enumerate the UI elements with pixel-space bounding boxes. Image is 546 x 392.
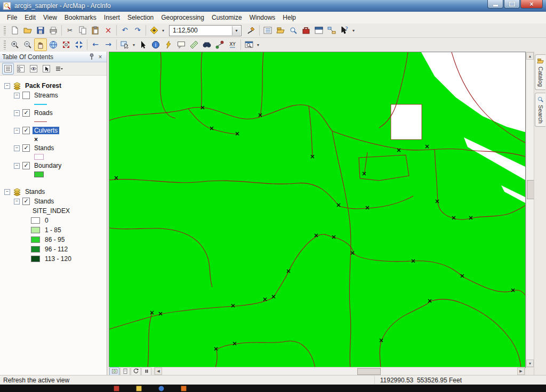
- cut-icon[interactable]: ✂: [63, 24, 76, 37]
- layer-checkbox[interactable]: [22, 92, 30, 99]
- menu-windows[interactable]: Windows: [246, 12, 279, 23]
- scale-dropdown-icon[interactable]: ▾: [232, 26, 240, 35]
- app-yellow-icon[interactable]: [134, 385, 143, 392]
- expander-icon[interactable]: [14, 163, 20, 169]
- whats-this-icon[interactable]: ?: [338, 24, 351, 37]
- layer-checkbox[interactable]: ✓: [22, 109, 30, 117]
- find-route-icon[interactable]: [213, 38, 226, 51]
- scroll-left-icon[interactable]: ◀: [155, 368, 162, 375]
- redo-icon[interactable]: ↷: [131, 24, 144, 37]
- catalog-tab[interactable]: Catalog: [535, 54, 545, 90]
- expander-icon[interactable]: [14, 128, 20, 134]
- hyperlink-icon[interactable]: [162, 38, 175, 51]
- layer-checkbox[interactable]: ✓: [22, 162, 30, 169]
- toc-layer-roads[interactable]: ✓ Roads: [0, 108, 107, 118]
- map-view[interactable]: [109, 52, 526, 368]
- table-of-contents-icon[interactable]: [261, 24, 274, 37]
- scroll-down-icon[interactable]: ▼: [526, 360, 534, 367]
- toc-layer-streams[interactable]: Streams: [0, 91, 107, 100]
- viewer-window-icon[interactable]: [243, 38, 255, 51]
- toc-layer-culverts[interactable]: ✓ Culverts: [0, 126, 107, 135]
- map-canvas[interactable]: [109, 52, 525, 368]
- dropdown-caret-icon[interactable]: ▾: [131, 43, 136, 47]
- identify-icon[interactable]: i: [149, 38, 162, 51]
- scroll-up-icon[interactable]: ▲: [526, 52, 534, 60]
- options-icon[interactable]: [53, 63, 65, 75]
- search-window-icon[interactable]: [287, 24, 300, 37]
- toc-frame-pack-forest[interactable]: Pack Forest: [0, 81, 107, 91]
- map-vertical-scrollbar[interactable]: ▲ ▼: [526, 52, 534, 368]
- search-tab[interactable]: Search: [535, 93, 545, 127]
- menu-view[interactable]: View: [39, 12, 61, 23]
- scroll-right-icon[interactable]: ▶: [517, 368, 525, 375]
- dropdown-caret-icon[interactable]: ▾: [255, 43, 261, 47]
- menu-bookmarks[interactable]: Bookmarks: [61, 12, 100, 23]
- full-extent-icon[interactable]: [47, 38, 60, 51]
- open-folder-icon[interactable]: [21, 24, 34, 37]
- list-by-visibility-icon[interactable]: [28, 63, 39, 75]
- toc-layer-boundary[interactable]: ✓ Boundary: [0, 161, 107, 170]
- close-button[interactable]: ×: [520, 0, 543, 9]
- list-by-drawing-order-icon[interactable]: [2, 63, 14, 75]
- dropdown-caret-icon[interactable]: ▾: [351, 28, 356, 33]
- model-builder-icon[interactable]: [325, 24, 338, 37]
- map-horizontal-scrollbar[interactable]: ◀ ▶: [154, 367, 525, 376]
- forward-icon[interactable]: →: [102, 38, 115, 51]
- print-icon[interactable]: [47, 24, 60, 37]
- copy-icon[interactable]: [76, 24, 89, 37]
- toc-layer-stands[interactable]: ✓ Stands: [0, 143, 107, 153]
- fixed-zoom-in-icon[interactable]: [60, 38, 73, 51]
- menu-customize[interactable]: Customize: [208, 12, 246, 23]
- scale-combobox[interactable]: 1:12,500 ▾: [169, 25, 242, 36]
- minimize-button[interactable]: [487, 0, 503, 9]
- html-popup-icon[interactable]: [175, 38, 188, 51]
- toc-frame-stands[interactable]: Stands: [0, 187, 107, 197]
- edit-sketch-icon[interactable]: [245, 24, 258, 37]
- menu-selection[interactable]: Selection: [124, 12, 157, 23]
- fixed-zoom-out-icon[interactable]: [73, 38, 85, 51]
- expander-icon[interactable]: [14, 145, 20, 151]
- undo-icon[interactable]: ↶: [118, 24, 131, 37]
- zoom-out-icon[interactable]: [21, 38, 34, 51]
- vertical-scroll-thumb[interactable]: [527, 180, 534, 199]
- go-to-xy-icon[interactable]: XY: [226, 38, 239, 51]
- select-features-icon[interactable]: [118, 38, 131, 51]
- app-red-icon[interactable]: [112, 385, 121, 392]
- toc-pin-button[interactable]: [87, 53, 96, 61]
- data-view-icon[interactable]: [109, 367, 119, 376]
- horizontal-scroll-thumb[interactable]: [357, 368, 381, 375]
- maximize-button[interactable]: [504, 0, 520, 9]
- menu-help[interactable]: Help: [279, 12, 300, 23]
- expander-icon[interactable]: [14, 93, 20, 99]
- expander-icon[interactable]: [14, 110, 20, 116]
- menu-edit[interactable]: Edit: [21, 12, 39, 23]
- list-by-source-icon[interactable]: [15, 63, 27, 75]
- expander-icon[interactable]: [4, 189, 10, 195]
- layer-checkbox[interactable]: ✓: [22, 127, 30, 134]
- pan-hand-icon[interactable]: [34, 38, 47, 51]
- menu-file[interactable]: File: [3, 12, 21, 23]
- pause-icon[interactable]: [141, 367, 151, 376]
- select-elements-icon[interactable]: [136, 38, 149, 51]
- app-blue-icon[interactable]: [157, 385, 165, 392]
- layer-checkbox[interactable]: ✓: [22, 144, 30, 152]
- add-data-icon[interactable]: [148, 24, 160, 37]
- menu-geoprocessing[interactable]: Geoprocessing: [157, 12, 208, 23]
- delete-icon[interactable]: ×: [102, 24, 115, 37]
- save-icon[interactable]: [34, 24, 47, 37]
- refresh-icon[interactable]: [131, 367, 141, 376]
- catalog-icon[interactable]: [274, 24, 287, 37]
- new-document-icon[interactable]: [9, 24, 21, 37]
- expander-icon[interactable]: [4, 83, 10, 89]
- back-icon[interactable]: ←: [89, 38, 102, 51]
- measure-icon[interactable]: [188, 38, 200, 51]
- toolbar-grip[interactable]: [4, 26, 6, 35]
- arctoolbox-icon[interactable]: [300, 24, 312, 37]
- dropdown-caret-icon[interactable]: ▾: [160, 28, 166, 33]
- expander-icon[interactable]: [14, 199, 20, 205]
- app-orange-icon[interactable]: [179, 385, 188, 392]
- find-icon[interactable]: [200, 38, 213, 51]
- toolbar-grip[interactable]: [4, 40, 6, 50]
- menu-insert[interactable]: Insert: [100, 12, 124, 23]
- zoom-in-icon[interactable]: [9, 38, 21, 51]
